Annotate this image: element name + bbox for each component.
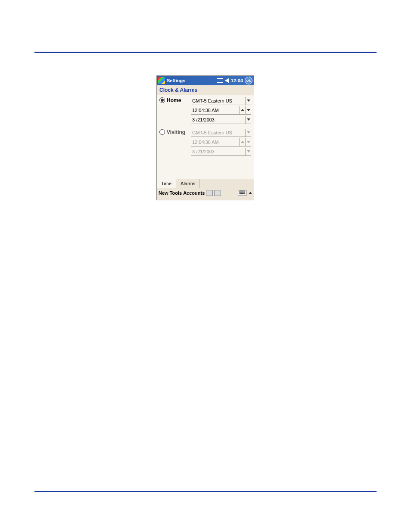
visiting-time-input[interactable]: 12:04:38 AM xyxy=(191,138,251,146)
page-divider-bottom xyxy=(34,491,377,492)
menu-accounts[interactable]: Accounts xyxy=(183,190,205,196)
ok-button[interactable]: ok xyxy=(245,77,252,84)
spinner-down-icon[interactable] xyxy=(245,106,251,114)
chevron-down-icon[interactable] xyxy=(245,129,251,137)
bottom-bar: New Tools Accounts xyxy=(157,188,254,197)
home-time-input[interactable]: 12:04:38 AM xyxy=(191,106,251,115)
title-bar: Settings 12:04 ok xyxy=(157,76,254,85)
chevron-down-icon[interactable] xyxy=(245,148,251,156)
home-time-value: 12:04:38 AM xyxy=(191,108,239,113)
toolbar-icon-1[interactable] xyxy=(206,190,213,196)
home-fields: GMT-5 Eastern US 12:04:38 AM 3 /21/2003 xyxy=(191,96,251,125)
tab-alarms[interactable]: Alarms xyxy=(176,179,200,188)
home-date-value: 3 /21/2003 xyxy=(191,117,245,122)
screen-title: Clock & Alarms xyxy=(157,85,254,95)
start-icon[interactable] xyxy=(158,77,165,84)
home-date-select[interactable]: 3 /21/2003 xyxy=(191,115,251,124)
title-bar-status: 12:04 ok xyxy=(217,77,252,84)
visiting-radio[interactable] xyxy=(159,129,165,135)
visiting-radio-row[interactable]: Visiting xyxy=(159,128,191,157)
home-timezone-value: GMT-5 Eastern US xyxy=(191,98,245,103)
chevron-down-icon[interactable] xyxy=(245,97,251,105)
visiting-date-value: 3 /21/2003 xyxy=(191,149,245,154)
home-radio-label: Home xyxy=(167,97,181,103)
sip-up-icon[interactable] xyxy=(249,192,252,194)
home-timezone-select[interactable]: GMT-5 Eastern US xyxy=(191,96,251,105)
home-radio[interactable] xyxy=(159,97,165,103)
visiting-timezone-select[interactable]: GMT-5 Eastern US xyxy=(191,128,251,137)
spinner-up-icon[interactable] xyxy=(239,106,245,114)
menu-new[interactable]: New xyxy=(159,190,168,196)
toolbar-icon-2[interactable] xyxy=(214,190,221,196)
spinner-up-icon[interactable] xyxy=(239,138,245,146)
tab-bar: Time Alarms xyxy=(157,179,254,188)
keyboard-icon[interactable] xyxy=(238,190,246,196)
device-screen: Settings 12:04 ok Clock & Alarms Home GM… xyxy=(156,75,254,200)
home-radio-row[interactable]: Home xyxy=(159,96,191,125)
visiting-radio-label: Visiting xyxy=(167,129,185,135)
visiting-date-select[interactable]: 3 /21/2003 xyxy=(191,147,251,156)
visiting-timezone-value: GMT-5 Eastern US xyxy=(191,130,245,135)
home-group: Home GMT-5 Eastern US 12:04:38 AM 3 /21/… xyxy=(159,96,251,125)
tab-time[interactable]: Time xyxy=(157,178,176,188)
clock-label[interactable]: 12:04 xyxy=(231,78,243,83)
visiting-fields: GMT-5 Eastern US 12:04:38 AM 3 /21/2003 xyxy=(191,128,251,157)
volume-icon[interactable] xyxy=(225,78,229,83)
menu-tools[interactable]: Tools xyxy=(170,190,182,196)
spinner-down-icon[interactable] xyxy=(245,138,251,146)
chevron-down-icon[interactable] xyxy=(245,116,251,124)
visiting-group: Visiting GMT-5 Eastern US 12:04:38 AM 3 … xyxy=(159,128,251,157)
content-area: Home GMT-5 Eastern US 12:04:38 AM 3 /21/… xyxy=(157,95,254,179)
connectivity-icon[interactable] xyxy=(217,78,223,83)
title-bar-label: Settings xyxy=(167,78,217,83)
visiting-time-value: 12:04:38 AM xyxy=(191,140,239,145)
page-divider-top xyxy=(34,52,377,53)
